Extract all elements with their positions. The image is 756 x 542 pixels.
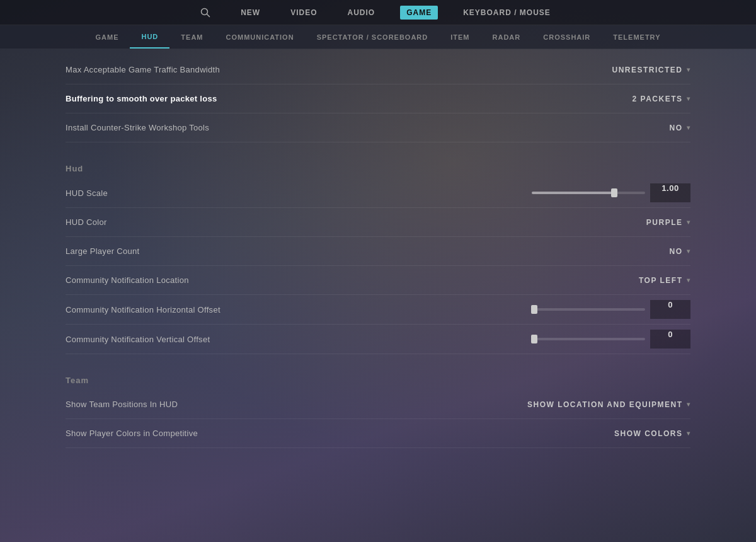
chevron-down-icon: ▾ (687, 430, 691, 437)
setting-label-player-colors: Show Player Colors in Competitive (66, 429, 198, 438)
section-label-team-section: Team (66, 362, 690, 390)
sub-nav-item-spectator-scoreboard[interactable]: SPECTATOR / SCOREBOARD (306, 25, 440, 49)
slider-track-notification-horizontal[interactable] (532, 308, 645, 311)
sub-nav-item-communication[interactable]: COMMUNICATION (215, 25, 306, 49)
setting-row-buffering: Buffering to smooth over packet loss2 PA… (66, 84, 690, 113)
slider-input-notification-horizontal[interactable]: 0 (650, 300, 690, 319)
slider-track-notification-vertical[interactable] (532, 338, 645, 340)
chevron-down-icon: ▾ (687, 401, 691, 408)
slider-track-hud-scale[interactable] (532, 192, 645, 194)
setting-value-notification-location[interactable]: TOP LEFT▾ (639, 276, 690, 285)
setting-row-player-colors: Show Player Colors in CompetitiveSHOW CO… (66, 419, 690, 448)
setting-label-notification-location: Community Notification Location (66, 275, 189, 285)
setting-label-hud-scale: HUD Scale (66, 188, 108, 198)
setting-value-hud-color[interactable]: PURPLE▾ (640, 218, 690, 227)
setting-row-hud-scale: HUD Scale1.00 (66, 178, 690, 208)
sub-nav-item-hud[interactable]: HUD (130, 25, 169, 49)
setting-label-hud-color: HUD Color (66, 217, 107, 227)
slider-wrap-notification-horizontal: 0 (426, 300, 690, 319)
setting-value-buffering[interactable]: 2 PACKETS▾ (633, 95, 690, 103)
setting-value-text-hud-color: PURPLE (646, 218, 683, 227)
section-team-section: TeamShow Team Positions In HUDSHOW LOCAT… (66, 362, 690, 456)
slider-wrap-hud-scale: 1.00 (426, 183, 690, 202)
setting-label-notification-horizontal: Community Notification Horizontal Offset (66, 305, 220, 314)
top-nav-item-video[interactable]: VIDEO (285, 6, 322, 20)
top-nav-item-game[interactable]: GAME (400, 6, 438, 20)
setting-row-notification-horizontal: Community Notification Horizontal Offset… (66, 295, 690, 325)
chevron-down-icon: ▾ (687, 248, 691, 255)
chevron-down-icon: ▾ (687, 219, 691, 226)
setting-row-hud-color: HUD ColorPURPLE▾ (66, 208, 690, 237)
setting-value-team-positions[interactable]: SHOW LOCATION AND EQUIPMENT▾ (527, 400, 690, 409)
sub-nav-item-item[interactable]: ITEM (439, 25, 481, 49)
top-nav: NEWVIDEOAUDIOGAMEKEYBOARD / MOUSE (0, 0, 756, 25)
setting-value-large-player-count[interactable]: NO▾ (640, 247, 690, 256)
setting-value-text-notification-location: TOP LEFT (639, 276, 683, 285)
setting-row-large-player-count: Large Player CountNO▾ (66, 237, 690, 266)
setting-row-notification-location: Community Notification LocationTOP LEFT▾ (66, 266, 690, 295)
setting-value-text-player-colors: SHOW COLORS (614, 429, 683, 438)
sub-nav-item-crosshair[interactable]: CROSSHAIR (532, 25, 602, 49)
section-network-section: Max Acceptable Game Traffic BandwidthUNR… (66, 49, 690, 150)
search-icon[interactable] (200, 8, 210, 18)
setting-value-player-colors[interactable]: SHOW COLORS▾ (614, 429, 690, 438)
chevron-down-icon: ▾ (687, 277, 691, 284)
sub-nav-item-game[interactable]: GAME (84, 25, 130, 49)
slider-fill-hud-scale (532, 192, 614, 194)
setting-value-install-tools[interactable]: NO▾ (640, 124, 690, 132)
settings-area: Max Acceptable Game Traffic BandwidthUNR… (0, 49, 756, 542)
setting-row-max-bandwidth: Max Acceptable Game Traffic BandwidthUNR… (66, 55, 690, 84)
section-hud-section: HudHUD Scale1.00HUD ColorPURPLE▾Large Pl… (66, 150, 690, 362)
top-nav-item-keyboard-mouse[interactable]: KEYBOARD / MOUSE (458, 6, 556, 20)
section-label-hud-section: Hud (66, 150, 690, 178)
setting-value-text-team-positions: SHOW LOCATION AND EQUIPMENT (527, 400, 683, 409)
setting-value-max-bandwidth[interactable]: UNRESTRICTED▾ (612, 66, 690, 74)
slider-input-hud-scale[interactable]: 1.00 (650, 183, 690, 202)
chevron-down-icon: ▾ (687, 95, 691, 102)
slider-thumb-notification-horizontal[interactable] (531, 305, 537, 314)
setting-value-text-large-player-count: NO (670, 247, 683, 256)
slider-input-notification-vertical[interactable]: 0 (650, 330, 690, 349)
setting-label-max-bandwidth: Max Acceptable Game Traffic Bandwidth (66, 65, 220, 74)
slider-thumb-notification-vertical[interactable] (531, 335, 537, 343)
slider-thumb-hud-scale[interactable] (611, 188, 617, 197)
setting-value-text-install-tools: NO (670, 124, 683, 132)
setting-label-large-player-count: Large Player Count (66, 246, 139, 256)
top-nav-item-new[interactable]: NEW (236, 6, 265, 20)
chevron-down-icon: ▾ (687, 66, 691, 73)
setting-label-buffering: Buffering to smooth over packet loss (66, 94, 217, 103)
sub-nav-item-telemetry[interactable]: TELEMETRY (602, 25, 672, 49)
sub-nav-item-radar[interactable]: RADAR (481, 25, 532, 49)
setting-row-team-positions: Show Team Positions In HUDSHOW LOCATION … (66, 390, 690, 419)
sub-nav: GAMEHUDTEAMCOMMUNICATIONSPECTATOR / SCOR… (0, 25, 756, 49)
sub-nav-item-team[interactable]: TEAM (169, 25, 214, 49)
setting-label-notification-vertical: Community Notification Vertical Offset (66, 335, 210, 344)
setting-value-text-max-bandwidth: UNRESTRICTED (612, 66, 682, 74)
setting-label-install-tools: Install Counter-Strike Workshop Tools (66, 123, 209, 132)
chevron-down-icon: ▾ (687, 124, 691, 131)
top-nav-item-audio[interactable]: AUDIO (342, 6, 380, 20)
setting-label-team-positions: Show Team Positions In HUD (66, 400, 178, 409)
setting-row-install-tools: Install Counter-Strike Workshop ToolsNO▾ (66, 113, 690, 142)
setting-value-text-buffering: 2 PACKETS (633, 95, 683, 103)
slider-wrap-notification-vertical: 0 (426, 330, 690, 349)
svg-line-1 (207, 14, 210, 16)
setting-row-notification-vertical: Community Notification Vertical Offset0 (66, 325, 690, 354)
